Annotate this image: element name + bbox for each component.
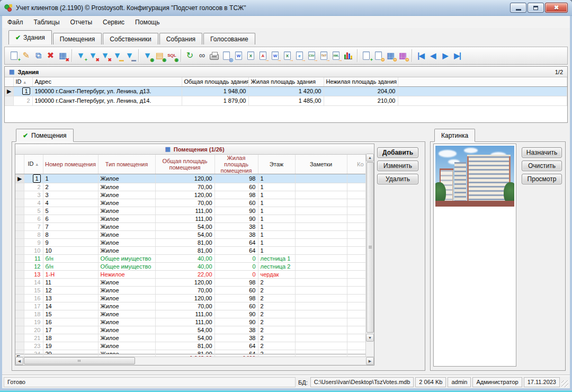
edit-button[interactable]: Изменить: [377, 161, 418, 171]
room-row[interactable]: 1714Жилое70,00602: [15, 302, 374, 310]
room-row[interactable]: 33Жилое120,00981: [15, 191, 374, 199]
vertical-scroll-thumb[interactable]: [367, 162, 374, 333]
tables-settings-icon[interactable]: ▦⚙: [397, 49, 409, 62]
column-header[interactable]: Нежилая площадь здания: [324, 77, 398, 86]
export-pdf-icon[interactable]: A→: [257, 49, 269, 62]
room-row[interactable]: 88Жилое54,00381: [15, 231, 374, 239]
add-record-icon[interactable]: +: [8, 49, 20, 62]
chart-icon[interactable]: [342, 49, 354, 62]
room-row[interactable]: 1411Жилое120,00982: [15, 279, 374, 287]
restore-button[interactable]: [528, 3, 544, 13]
delete-record-icon[interactable]: ✖: [44, 49, 57, 62]
minimize-button[interactable]: [510, 3, 526, 13]
room-row[interactable]: 2319Жилое81,00642: [15, 342, 374, 350]
room-row[interactable]: 66Жилое111,00901: [15, 215, 374, 223]
menu-item[interactable]: Отчеты: [65, 17, 97, 28]
rooms-header-row[interactable]: ID ▲Номер помещенияТип помещенияОбщая пл…: [15, 155, 374, 174]
table-settings-icon[interactable]: ▦⚙: [385, 49, 397, 62]
column-header[interactable]: Номер помещения: [43, 155, 98, 174]
print-icon[interactable]: [208, 49, 220, 62]
export-csv-icon[interactable]: CSV→: [306, 49, 318, 62]
column-header[interactable]: Заметки: [295, 155, 347, 174]
scroll-down-icon[interactable]: ▼: [366, 334, 374, 342]
column-header[interactable]: ID ▲: [24, 155, 43, 174]
main-tab[interactable]: Голосование: [203, 33, 255, 44]
close-button[interactable]: ✖: [545, 3, 568, 13]
room-row[interactable]: 1010Жилое81,00641: [15, 247, 374, 255]
filter-remove-all-icon[interactable]: ▼✖: [99, 49, 111, 62]
export-excel-icon[interactable]: X→: [281, 49, 293, 62]
room-row[interactable]: 1613Жилое120,00982: [15, 295, 374, 302]
room-row[interactable]: 2017Жилое54,00382: [15, 326, 374, 334]
new-form-icon[interactable]: +: [360, 49, 372, 62]
menu-item[interactable]: Сервис: [97, 17, 130, 28]
filter-tree-view-icon[interactable]: ▤◉: [154, 49, 166, 62]
filter-sql-view-icon[interactable]: SQL◉: [166, 49, 178, 62]
menu-item[interactable]: Файл: [2, 17, 29, 28]
excel-doc-icon[interactable]: X: [245, 49, 257, 62]
main-tab[interactable]: Помещения: [53, 33, 102, 44]
column-header[interactable]: Адрес: [32, 77, 182, 86]
room-row[interactable]: 131-ННежилое22,000чердак: [15, 271, 374, 279]
room-row[interactable]: 1512Жилое70,00602: [15, 287, 374, 295]
nav-last-icon[interactable]: ▶|: [451, 49, 463, 62]
filter-save-icon[interactable]: ▼▬: [123, 49, 136, 62]
room-row[interactable]: 1815Жилое111,00902: [15, 310, 374, 318]
view-button[interactable]: Просмотр: [522, 174, 562, 184]
refresh-icon[interactable]: ↻: [184, 49, 196, 62]
room-row[interactable]: 12б/нОбщее имущество40,000лестница 2: [15, 263, 374, 271]
filter-remove-icon[interactable]: ▼✖: [87, 49, 99, 62]
nav-prev-icon[interactable]: ◀: [427, 49, 439, 62]
edit-record-icon[interactable]: ✎: [20, 49, 32, 62]
scroll-up-icon[interactable]: ▲: [366, 154, 374, 162]
room-row[interactable]: 77Жилое54,00381: [15, 223, 374, 231]
export-html-icon[interactable]: e→: [293, 49, 306, 62]
filter-add-icon[interactable]: ▼+: [75, 49, 87, 62]
column-header[interactable]: Общая площадь помещения: [155, 155, 215, 174]
column-header[interactable]: Жилая площадь здания: [248, 77, 324, 86]
main-tab[interactable]: ✔Здания: [8, 30, 52, 44]
rooms-horizontal-scrollbar[interactable]: ◀ ▶: [15, 357, 374, 365]
delete-button[interactable]: Удалить: [377, 174, 418, 184]
copy-record-icon[interactable]: ⧉: [32, 49, 44, 62]
menu-item[interactable]: Помощь: [130, 17, 165, 28]
search-icon[interactable]: ∞: [196, 49, 208, 62]
scroll-track[interactable]: [136, 357, 366, 365]
room-row[interactable]: 11б/нОбщее имущество40,000лестница 1: [15, 255, 374, 263]
column-header[interactable]: Жилая площадь помещения: [215, 155, 258, 174]
room-row[interactable]: 55Жилое111,00901: [15, 207, 374, 215]
buildings-header-row[interactable]: ID ▲АдресОбщая площадь зданияЖилая площа…: [5, 77, 567, 86]
column-header[interactable]: Этаж: [258, 155, 295, 174]
menu-item[interactable]: Таблицы: [29, 17, 65, 28]
room-row[interactable]: 1916Жилое111,00902: [15, 318, 374, 326]
add-button[interactable]: Добавить: [377, 147, 418, 158]
building-row[interactable]: ▶1190000 г.Санкт-Петербург, ул. Ленина, …: [5, 86, 567, 96]
preview-icon[interactable]: ◎: [220, 49, 233, 62]
assign-button[interactable]: Назначить: [522, 147, 562, 158]
main-tab[interactable]: Собственники: [103, 33, 158, 44]
nav-next-icon[interactable]: ▶: [439, 49, 451, 62]
building-row[interactable]: 2190000 г.Санкт-Петербург, ул. Ленина, д…: [5, 96, 567, 105]
export-word-icon[interactable]: W→: [269, 49, 281, 62]
main-tab[interactable]: Собрания: [159, 33, 202, 44]
form-settings-icon[interactable]: ⚙: [372, 49, 385, 62]
scroll-left-icon[interactable]: ◀: [15, 357, 23, 365]
clear-button[interactable]: Очистить: [522, 161, 562, 171]
room-row[interactable]: 22Жилое70,00601: [15, 183, 374, 191]
delete-all-records-icon[interactable]: ▦✖: [57, 49, 69, 62]
export-xml-icon[interactable]: XML→: [330, 49, 342, 62]
scroll-right-icon[interactable]: ▶: [366, 357, 374, 365]
column-header[interactable]: Тип помещения: [98, 155, 155, 174]
room-row[interactable]: 2118Жилое54,00382: [15, 334, 374, 342]
room-row[interactable]: ▶11Жилое120,00981: [15, 174, 374, 183]
filter-view-icon[interactable]: ▼◉: [141, 49, 154, 62]
room-row[interactable]: 99Жилое81,00641: [15, 239, 374, 247]
export-txt-icon[interactable]: TXT→: [318, 49, 330, 62]
resize-grip[interactable]: [561, 380, 568, 387]
horizontal-scroll-thumb[interactable]: [24, 357, 135, 364]
room-row[interactable]: 44Жилое70,00601: [15, 199, 374, 207]
filter-load-icon[interactable]: ▼▬: [111, 49, 123, 62]
rooms-vertical-scrollbar[interactable]: ▲ ▼: [365, 154, 374, 359]
rooms-tab[interactable]: ✔ Помещения: [16, 129, 74, 142]
picture-tab[interactable]: Картинка: [434, 129, 475, 142]
